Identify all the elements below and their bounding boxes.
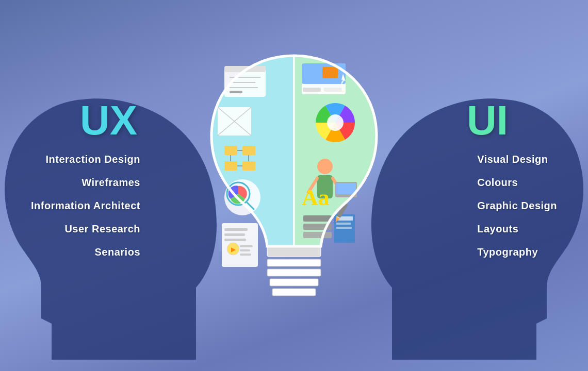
lightbulb-container: ▶ bbox=[196, 45, 392, 344]
svg-rect-20 bbox=[242, 161, 255, 171]
svg-rect-58 bbox=[336, 227, 352, 229]
ux-item-interaction-design: Interaction Design bbox=[31, 154, 140, 165]
ux-item-wireframes: Wireframes bbox=[31, 177, 140, 189]
ux-item-user-research: User Research bbox=[31, 223, 140, 235]
svg-rect-7 bbox=[272, 289, 316, 296]
svg-rect-31 bbox=[224, 233, 245, 236]
ui-item-graphic-design: Graphic Design bbox=[477, 200, 557, 212]
svg-rect-32 bbox=[224, 239, 246, 241]
svg-rect-52 bbox=[303, 215, 332, 222]
svg-rect-54 bbox=[303, 232, 332, 238]
svg-text:Aa: Aa bbox=[302, 185, 330, 210]
svg-rect-6 bbox=[270, 279, 318, 286]
svg-rect-4 bbox=[267, 259, 321, 266]
ui-label: UI bbox=[467, 97, 508, 144]
svg-rect-37 bbox=[240, 254, 251, 256]
ui-item-colours: Colours bbox=[477, 177, 557, 189]
ux-label: UX bbox=[80, 97, 137, 144]
svg-rect-30 bbox=[224, 228, 248, 231]
svg-rect-13 bbox=[230, 91, 242, 93]
svg-rect-40 bbox=[322, 67, 338, 78]
svg-rect-19 bbox=[224, 161, 237, 171]
svg-rect-35 bbox=[240, 245, 253, 247]
svg-rect-17 bbox=[224, 146, 237, 155]
svg-rect-42 bbox=[324, 88, 342, 92]
svg-rect-51 bbox=[336, 183, 356, 194]
svg-text:▶: ▶ bbox=[231, 246, 236, 253]
svg-point-46 bbox=[317, 159, 333, 174]
svg-rect-57 bbox=[336, 223, 351, 225]
svg-rect-18 bbox=[242, 146, 255, 155]
ui-item-typography: Typography bbox=[477, 246, 557, 258]
ui-item-visual-design: Visual Design bbox=[477, 154, 557, 165]
svg-rect-41 bbox=[303, 88, 321, 92]
ux-items-list: Interaction Design Wireframes Informatio… bbox=[31, 154, 140, 269]
ui-items-list: Visual Design Colours Graphic Design Lay… bbox=[477, 154, 557, 269]
main-content: UX UI Interaction Design Wireframes Info… bbox=[0, 40, 588, 360]
svg-point-45 bbox=[327, 114, 344, 131]
svg-rect-5 bbox=[267, 269, 321, 276]
svg-rect-3 bbox=[267, 246, 321, 257]
ux-item-information-architect: Information Architect bbox=[31, 200, 140, 212]
lightbulb-svg: ▶ bbox=[196, 45, 392, 344]
ux-item-senarios: Senarios bbox=[31, 246, 140, 258]
svg-rect-36 bbox=[240, 249, 250, 251]
ui-item-layouts: Layouts bbox=[477, 223, 557, 235]
